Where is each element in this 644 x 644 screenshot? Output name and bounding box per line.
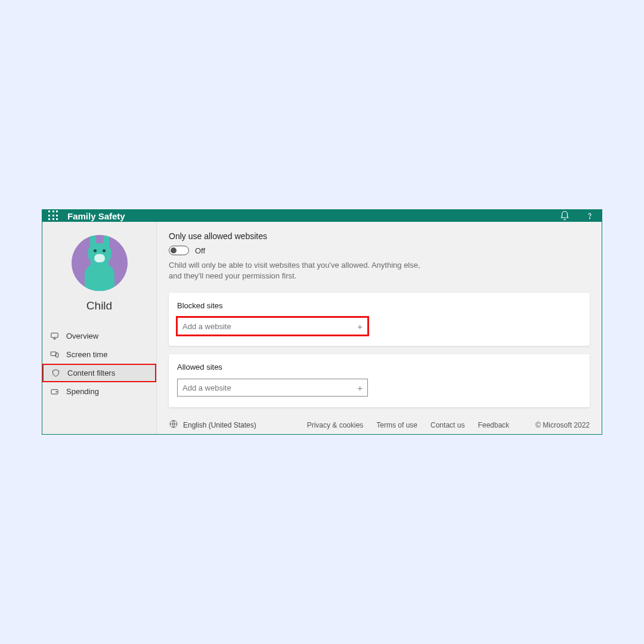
plus-icon[interactable]: + bbox=[357, 383, 363, 393]
allowed-sites-title: Allowed sites bbox=[177, 363, 581, 371]
footer-link-terms[interactable]: Terms of use bbox=[376, 421, 417, 429]
avatar bbox=[72, 235, 128, 291]
help-icon[interactable] bbox=[584, 210, 596, 222]
app-window: Family Safety Ch bbox=[42, 209, 602, 435]
footer-link-privacy[interactable]: Privacy & cookies bbox=[307, 421, 364, 429]
section-description: Child will only be able to visit website… bbox=[169, 260, 431, 281]
titlebar: Family Safety bbox=[42, 210, 602, 222]
blocked-site-input[interactable] bbox=[182, 322, 357, 331]
bell-icon[interactable] bbox=[559, 210, 571, 222]
monitor-icon bbox=[49, 332, 59, 341]
language-label[interactable]: English (United States) bbox=[183, 421, 256, 429]
blocked-sites-title: Blocked sites bbox=[177, 301, 581, 310]
main-content: Only use allowed websites Off Child will… bbox=[157, 222, 602, 435]
blocked-site-input-wrap: + bbox=[177, 317, 368, 335]
svg-point-0 bbox=[589, 218, 590, 218]
sidebar-item-label: Overview bbox=[66, 332, 98, 340]
sidebar-item-overview[interactable]: Overview bbox=[42, 327, 156, 345]
shield-icon bbox=[51, 369, 60, 378]
globe-icon bbox=[169, 419, 178, 431]
allowed-sites-card: Allowed sites + bbox=[169, 354, 590, 407]
svg-point-5 bbox=[55, 391, 57, 392]
footer-link-contact[interactable]: Contact us bbox=[431, 421, 465, 429]
toggle-state-label: Off bbox=[195, 246, 205, 255]
app-launcher-icon[interactable] bbox=[48, 210, 59, 221]
sidebar-item-spending[interactable]: Spending bbox=[42, 382, 156, 401]
blocked-sites-card: Blocked sites + bbox=[169, 293, 590, 346]
allowed-site-input-wrap: + bbox=[177, 379, 368, 397]
devices-icon bbox=[49, 350, 59, 360]
allowed-site-input[interactable] bbox=[182, 383, 357, 392]
svg-rect-1 bbox=[51, 333, 57, 338]
sidebar-item-label: Content filters bbox=[67, 369, 115, 377]
sidebar-item-label: Spending bbox=[66, 387, 99, 396]
footer-link-feedback[interactable]: Feedback bbox=[478, 421, 509, 429]
profile-name: Child bbox=[86, 299, 112, 312]
copyright: © Microsoft 2022 bbox=[535, 421, 590, 429]
section-title: Only use allowed websites bbox=[169, 231, 590, 241]
sidebar-item-screen-time[interactable]: Screen time bbox=[42, 345, 156, 364]
allowed-websites-toggle[interactable] bbox=[169, 246, 189, 255]
sidebar-item-label: Screen time bbox=[66, 350, 107, 359]
plus-icon[interactable]: + bbox=[357, 321, 363, 332]
footer: English (United States) Privacy & cookie… bbox=[169, 416, 590, 431]
wallet-icon bbox=[49, 387, 59, 397]
app-title: Family Safety bbox=[67, 211, 125, 221]
sidebar: Child Overview Screen time bbox=[42, 222, 157, 435]
sidebar-item-content-filters[interactable]: Content filters bbox=[42, 364, 156, 382]
svg-rect-2 bbox=[51, 352, 56, 355]
